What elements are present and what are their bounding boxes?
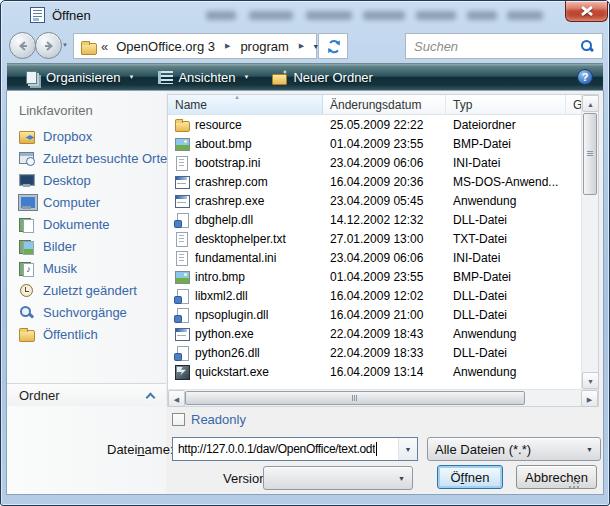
readonly-checkbox[interactable] (172, 413, 185, 426)
back-button[interactable] (9, 32, 36, 59)
scroll-right-icon[interactable]: ▶ (581, 390, 598, 407)
folders-label: Ordner (19, 388, 147, 403)
file-row[interactable]: about.bmp 01.04.2009 23:55 BMP-Datei (168, 134, 581, 153)
filename-value: http://127.0.0.1/dav/OpenOffice/text.odt (178, 442, 375, 456)
file-row[interactable]: python26.dll 22.04.2009 18:33 DLL-Datei (168, 343, 581, 362)
horizontal-scroll-thumb[interactable] (185, 391, 525, 405)
file-row[interactable]: libxml2.dll 16.04.2009 12:02 DLL-Datei (168, 286, 581, 305)
file-row[interactable]: quickstart.exe 16.04.2009 13:14 Anwendun… (168, 362, 581, 381)
file-row[interactable]: crashrep.com 16.04.2009 20:36 MS-DOS-Anw… (168, 172, 581, 191)
app-file-icon (174, 193, 190, 209)
dropbox-icon (18, 128, 35, 144)
file-row[interactable]: bootstrap.ini 23.04.2009 06:06 INI-Datei (168, 153, 581, 172)
sidebar-item-computer[interactable]: Computer (7, 191, 166, 213)
file-row[interactable]: fundamental.ini 23.04.2009 06:06 INI-Dat… (168, 248, 581, 267)
scroll-down-icon[interactable]: ▼ (582, 372, 599, 389)
search-input[interactable]: Suchen (405, 33, 603, 59)
search-icon[interactable] (580, 39, 594, 53)
recent-places-icon (18, 150, 35, 166)
chevron-down-icon: ▼ (398, 475, 405, 482)
file-row[interactable]: intro.bmp 01.04.2009 23:55 BMP-Datei (168, 267, 581, 286)
scroll-left-icon[interactable]: ◀ (168, 390, 185, 407)
page-file-icon (174, 231, 190, 247)
sidebar-item-documents[interactable]: Dokumente (7, 213, 166, 235)
sidebar-item-recent-places[interactable]: Zuletzt besuchte Orte (7, 147, 166, 169)
breadcrumb-overflow-icon[interactable]: « (101, 39, 108, 54)
dll-file-icon (174, 307, 190, 323)
breadcrumb[interactable]: « OpenOffice.org 3 ▶ program ▶ ▼ (73, 33, 317, 59)
version-dropdown[interactable]: ▼ (263, 466, 413, 490)
dll-file-icon (174, 345, 190, 361)
breadcrumb-item[interactable]: program (238, 39, 290, 54)
close-icon (581, 7, 592, 16)
recent-pages-dropdown-icon[interactable]: ▼ (62, 42, 68, 48)
column-header-size[interactable]: G (566, 95, 581, 114)
title-bar[interactable]: Öffnen (1, 1, 609, 29)
pictures-icon (18, 238, 35, 254)
breadcrumb-separator-icon[interactable]: ▶ (291, 42, 312, 50)
sidebar-item-public[interactable]: Öffentlich (7, 323, 166, 345)
readonly-option[interactable]: Readonly (172, 412, 246, 427)
filename-dropdown-icon[interactable]: ▼ (398, 438, 417, 460)
chevron-down-icon: ▼ (243, 74, 249, 80)
file-row[interactable]: crashrep.exe 23.04.2009 05:45 Anwendung (168, 191, 581, 210)
text-cursor (376, 442, 377, 456)
file-row[interactable]: desktophelper.txt 27.01.2009 13:00 TXT-D… (168, 229, 581, 248)
computer-icon (18, 194, 35, 210)
resize-grip[interactable] (567, 476, 579, 488)
navigation-bar: ▼ « OpenOffice.org 3 ▶ program ▶ ▼ Suche… (1, 29, 609, 63)
horizontal-scrollbar[interactable]: ◀ ▶ (168, 389, 598, 406)
cancel-button[interactable]: Abbrechen (516, 465, 597, 489)
scroll-up-icon[interactable]: ▲ (582, 95, 599, 112)
vertical-scrollbar[interactable]: ▲ ▼ (581, 95, 598, 389)
readonly-label: Readonly (191, 412, 246, 427)
vertical-scroll-thumb[interactable] (583, 113, 597, 195)
favorites-sidebar: Linkfavoriten Dropbox Zuletzt besuchte O… (7, 91, 166, 494)
close-button[interactable] (565, 1, 608, 22)
page-file-icon (174, 155, 190, 171)
public-icon (18, 326, 35, 342)
dialog-content: Linkfavoriten Dropbox Zuletzt besuchte O… (7, 91, 603, 494)
sidebar-item-desktop[interactable]: Desktop (7, 169, 166, 191)
neuer-ordner-button[interactable]: Neuer Ordner ▼ (262, 66, 381, 88)
sidebar-item-searches[interactable]: Suchvorgänge (7, 301, 166, 323)
views-icon (156, 70, 172, 85)
chevron-up-icon (146, 392, 156, 402)
help-button[interactable]: ? (577, 69, 593, 85)
column-header-date[interactable]: Änderungsdatum (323, 95, 446, 114)
sort-ascending-icon: ▲ (234, 95, 240, 100)
file-list: Name ▲ Änderungsdatum Typ G resource 25.… (167, 94, 599, 407)
breadcrumb-separator-icon[interactable]: ▶ (217, 42, 238, 50)
thumb-grip (352, 395, 357, 401)
breadcrumb-item[interactable]: OpenOffice.org 3 (114, 39, 217, 54)
column-header-type[interactable]: Typ (446, 95, 566, 114)
sidebar-item-dropbox[interactable]: Dropbox (7, 125, 166, 147)
sidebar-item-recent-changes[interactable]: Zuletzt geändert (7, 279, 166, 301)
desktop-icon (18, 172, 35, 188)
column-header-name[interactable]: Name ▲ (168, 95, 323, 114)
window-title: Öffnen (52, 8, 91, 23)
forward-button[interactable] (35, 32, 62, 59)
file-row[interactable]: npsoplugin.dll 16.04.2009 21:00 DLL-Date… (168, 305, 581, 324)
filetype-dropdown[interactable]: Alle Dateien (*.*) ▼ (427, 437, 601, 461)
organize-icon (24, 70, 40, 85)
file-rows: resource 25.05.2009 22:22 Dateiordner ab… (168, 115, 581, 389)
file-row[interactable]: resource 25.05.2009 22:22 Dateiordner (168, 115, 581, 134)
open-button[interactable]: Öffnen (437, 465, 503, 489)
file-row[interactable]: python.exe 22.04.2009 18:43 Anwendung (168, 324, 581, 343)
ansichten-button[interactable]: Ansichten ▼ (147, 66, 258, 88)
filename-input[interactable]: http://127.0.0.1/dav/OpenOffice/text.odt… (172, 437, 418, 461)
sidebar-item-pictures[interactable]: Bilder (7, 235, 166, 257)
folders-expander[interactable]: Ordner (7, 383, 166, 406)
folder-icon (80, 39, 97, 54)
refresh-icon (325, 38, 343, 56)
version-label: Version (223, 471, 266, 486)
sidebar-header: Linkfavoriten (19, 103, 93, 118)
image-file-icon (174, 269, 190, 285)
organisieren-button[interactable]: Organisieren ▼ (15, 66, 143, 88)
chevron-down-icon: ▼ (586, 446, 593, 453)
refresh-button[interactable] (318, 33, 348, 59)
forward-arrow-icon (42, 39, 55, 52)
file-row[interactable]: dbghelp.dll 14.12.2002 12:32 DLL-Datei (168, 210, 581, 229)
sidebar-item-music[interactable]: Musik (7, 257, 166, 279)
